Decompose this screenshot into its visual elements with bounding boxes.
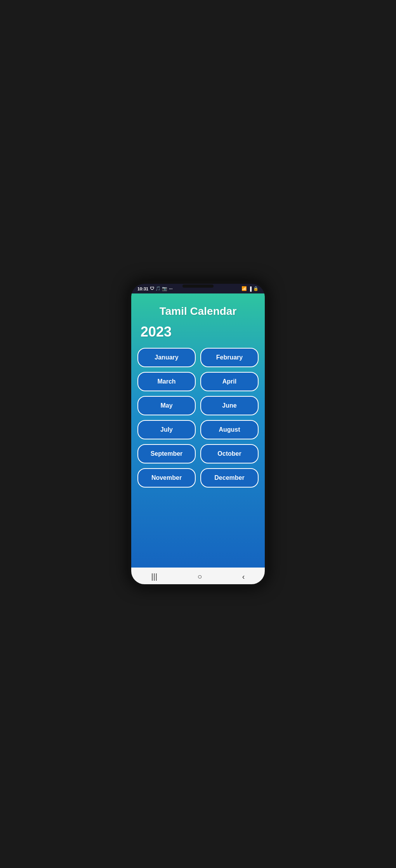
month-button-november[interactable]: November: [137, 468, 196, 488]
year-label: 2023: [141, 324, 255, 340]
month-button-december[interactable]: December: [200, 468, 259, 488]
wifi-icon: 📶: [241, 286, 247, 291]
month-button-april[interactable]: April: [200, 372, 259, 391]
month-button-may[interactable]: May: [137, 396, 196, 415]
screen-content: Tamil Calendar 2023 JanuaryFebruaryMarch…: [131, 293, 265, 568]
status-dots: ···: [169, 286, 172, 291]
battery-icon: 🔒: [253, 286, 259, 291]
status-left: 10:31 🛡 🎵 📷 ···: [137, 286, 172, 291]
month-button-august[interactable]: August: [200, 420, 259, 439]
nav-bar: ||| ○ ‹: [131, 568, 265, 584]
recents-button[interactable]: |||: [151, 572, 158, 581]
notch: [182, 285, 214, 288]
phone-frame: 10:31 🛡 🎵 📷 ··· 📶 ▐ 🔒 Tamil Calendar 202…: [128, 281, 268, 587]
month-button-january[interactable]: January: [137, 348, 196, 367]
home-button[interactable]: ○: [197, 572, 202, 581]
month-button-march[interactable]: March: [137, 372, 196, 391]
header: Tamil Calendar 2023: [131, 293, 265, 348]
back-button[interactable]: ‹: [242, 572, 245, 581]
time-display: 10:31: [137, 286, 148, 291]
month-button-july[interactable]: July: [137, 420, 196, 439]
month-button-june[interactable]: June: [200, 396, 259, 415]
status-icons: 🛡 🎵 📷: [150, 286, 167, 291]
app-title: Tamil Calendar: [141, 305, 255, 318]
phone-inner: 10:31 🛡 🎵 📷 ··· 📶 ▐ 🔒 Tamil Calendar 202…: [131, 284, 265, 584]
month-button-september[interactable]: September: [137, 444, 196, 464]
month-button-october[interactable]: October: [200, 444, 259, 464]
month-button-february[interactable]: February: [200, 348, 259, 367]
spacer: [131, 495, 265, 568]
status-right: 📶 ▐ 🔒: [241, 286, 259, 291]
signal-icon: ▐: [248, 286, 252, 291]
months-grid: JanuaryFebruaryMarchAprilMayJuneJulyAugu…: [131, 348, 265, 495]
